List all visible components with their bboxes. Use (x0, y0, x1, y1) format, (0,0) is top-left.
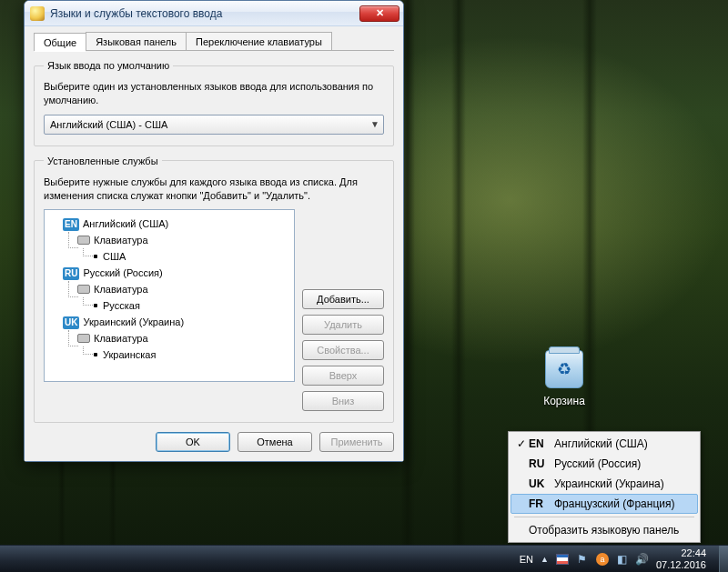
network-icon[interactable]: ◧ (616, 553, 629, 566)
recycle-bin-label: Корзина (543, 395, 585, 407)
language-indicator[interactable]: EN (520, 554, 533, 565)
tabstrip: Общие Языковая панель Переключение клави… (34, 32, 394, 51)
default-language-legend: Язык ввода по умолчанию (44, 60, 173, 71)
combo-value: Английский (США) - США (50, 119, 167, 130)
services-tree[interactable]: ENАнглийский (США)КлавиатураСШАRUРусский… (44, 209, 295, 382)
clock-time: 22:44 (656, 547, 706, 558)
clock[interactable]: 22:44 07.12.2016 (656, 547, 712, 569)
apply-button[interactable]: Применить (319, 432, 394, 452)
tree-layout-node[interactable]: Украинская (92, 346, 290, 363)
bullet-icon (94, 353, 97, 356)
tree-keyboard-node[interactable]: КлавиатураСША (77, 232, 290, 265)
volume-icon[interactable]: 🔊 (636, 553, 649, 566)
lang-code: EN (529, 437, 554, 450)
action-center-icon[interactable]: ⚑ (576, 553, 589, 566)
cancel-button[interactable]: Отмена (238, 432, 312, 452)
lang-badge: RU (63, 267, 79, 280)
titlebar[interactable]: Языки и службы текстового ввода ✕ (25, 1, 403, 26)
close-icon: ✕ (376, 7, 384, 19)
tab-key-switching[interactable]: Переключение клавиатуры (186, 32, 332, 50)
lang-code: RU (529, 457, 554, 470)
bullet-icon (94, 255, 97, 258)
remove-button[interactable]: Удалить (302, 315, 384, 335)
properties-button[interactable]: Свойства... (302, 340, 384, 360)
tray-app-icon[interactable]: a (596, 553, 609, 566)
lang-menu-item[interactable]: RUРусский (Россия) (511, 454, 698, 474)
default-language-combo[interactable]: Английский (США) - США ▼ (44, 115, 384, 135)
lang-badge: UK (63, 316, 79, 329)
lang-code: FR (529, 497, 554, 510)
installed-services-desc: Выберите нужные службы для каждого языка… (44, 176, 384, 203)
add-button[interactable]: Добавить... (302, 289, 384, 309)
default-language-desc: Выберите один из установленных языков вв… (44, 80, 384, 107)
flag-icon[interactable] (556, 554, 569, 565)
show-desktop-button[interactable] (719, 546, 728, 573)
lang-name: Украинский (Украина) (554, 477, 664, 490)
tab-general[interactable]: Общие (34, 33, 86, 51)
menu-separator (514, 517, 694, 517)
keyboard-icon (77, 334, 90, 343)
tree-layout-node[interactable]: Русская (92, 297, 290, 314)
bullet-icon (94, 304, 97, 307)
keyboard-icon (77, 236, 90, 245)
tree-layout-node[interactable]: США (92, 248, 290, 265)
lang-badge: EN (63, 218, 79, 231)
tree-lang-node[interactable]: UKУкраинский (Украина)КлавиатураУкраинск… (63, 314, 290, 363)
recycle-bin-icon (545, 350, 583, 388)
show-language-bar-item[interactable]: Отобразить языковую панель (511, 520, 698, 540)
check-icon: ✓ (514, 437, 529, 450)
installed-services-legend: Установленные службы (44, 156, 162, 166)
recycle-bin[interactable]: Корзина (532, 350, 596, 408)
chevron-down-icon: ▼ (370, 119, 379, 129)
tab-language-bar[interactable]: Языковая панель (86, 32, 187, 50)
lang-code: UK (529, 477, 554, 490)
dialog-title: Языки и службы текстового ввода (50, 7, 222, 20)
move-up-button[interactable]: Вверх (302, 366, 384, 386)
tree-lang-node[interactable]: ENАнглийский (США)КлавиатураСША (63, 216, 290, 265)
tree-lang-node[interactable]: RUРусский (Россия)КлавиатураРусская (63, 265, 290, 314)
lang-name: Русский (Россия) (554, 457, 641, 470)
language-popup: ✓ENАнглийский (США)RUРусский (Россия)UKУ… (508, 431, 701, 543)
text-services-dialog: Языки и службы текстового ввода ✕ Общие … (24, 0, 404, 462)
ok-button[interactable]: OK (156, 432, 230, 452)
system-tray: EN ▲ ⚑ a ◧ 🔊 22:44 07.12.2016 (514, 547, 719, 569)
default-language-group: Язык ввода по умолчанию Выберите один из… (34, 60, 394, 146)
clock-date: 07.12.2016 (656, 559, 706, 570)
tree-keyboard-node[interactable]: КлавиатураУкраинская (77, 330, 290, 363)
tree-keyboard-node[interactable]: КлавиатураРусская (77, 281, 290, 314)
lang-menu-item[interactable]: UKУкраинский (Украина) (511, 474, 698, 494)
installed-services-group: Установленные службы Выберите нужные слу… (34, 156, 394, 424)
keyboard-icon (77, 285, 90, 294)
lang-menu-item[interactable]: ✓ENАнглийский (США) (511, 434, 698, 454)
tray-overflow-icon[interactable]: ▲ (541, 555, 549, 564)
move-down-button[interactable]: Вниз (302, 391, 384, 411)
lang-name: Английский (США) (554, 437, 648, 450)
dialog-icon (30, 6, 45, 21)
close-button[interactable]: ✕ (359, 5, 399, 22)
taskbar[interactable]: EN ▲ ⚑ a ◧ 🔊 22:44 07.12.2016 (0, 545, 728, 572)
lang-name: Французский (Франция) (554, 497, 675, 510)
lang-menu-item[interactable]: FRФранцузский (Франция) (511, 494, 698, 514)
